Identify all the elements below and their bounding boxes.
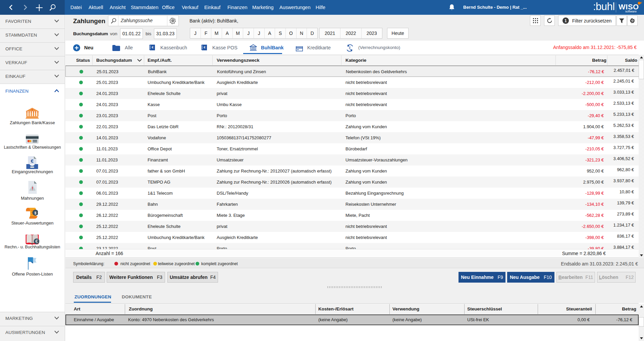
svg-text:€: € (36, 239, 38, 244)
svg-text:€: € (152, 45, 154, 49)
svg-text:€: € (349, 46, 351, 50)
svg-text:§: § (34, 210, 37, 215)
svg-text:€: € (204, 45, 206, 49)
svg-text:€: € (31, 158, 34, 164)
